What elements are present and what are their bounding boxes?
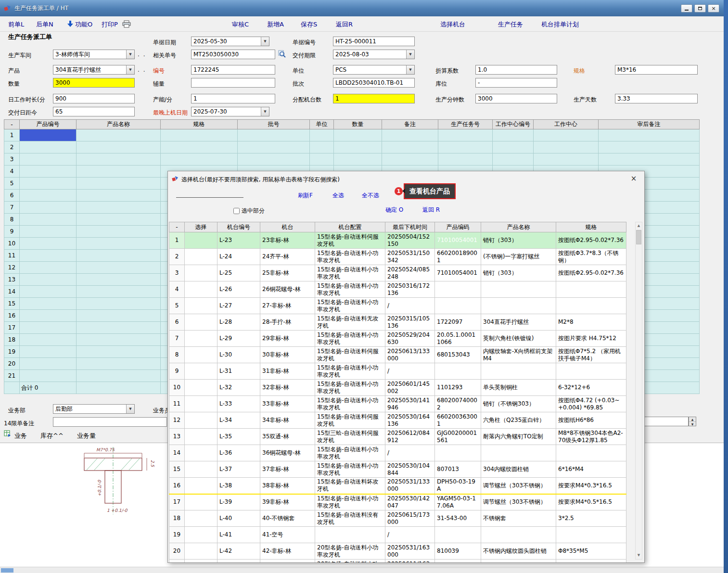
table-row[interactable]: 1: [4, 129, 700, 141]
table-row[interactable]: 2L-2424齐平-林15型名扬-自动送料小功率攻牙机20250531/1503…: [169, 249, 626, 265]
scroll-thumb[interactable]: [1, 568, 13, 573]
table-cell[interactable]: [77, 129, 161, 141]
column-header[interactable]: 选择: [185, 222, 217, 232]
column-header[interactable]: 机台配置: [315, 222, 385, 232]
table-cell[interactable]: [185, 543, 217, 560]
table-cell[interactable]: [20, 202, 77, 214]
table-cell[interactable]: [185, 510, 217, 527]
table-cell[interactable]: [481, 527, 556, 543]
table-cell[interactable]: 20: [169, 543, 185, 560]
table-cell[interactable]: 71010054001: [435, 232, 481, 249]
table-row[interactable]: 7L-2929非标-林15型名扬-自动送料小功率攻牙机20250529/2046…: [169, 331, 626, 347]
table-cell[interactable]: [185, 363, 217, 380]
table-cell[interactable]: [185, 232, 217, 249]
table-cell[interactable]: 调节螺丝（303不锈钢）: [481, 494, 556, 510]
table-cell[interactable]: [20, 298, 77, 310]
table-cell[interactable]: [185, 560, 217, 563]
table-cell[interactable]: [599, 141, 700, 153]
table-cell[interactable]: 20250613/133000: [385, 347, 435, 363]
function-button[interactable]: 功能O: [75, 20, 92, 29]
table-cell[interactable]: Φ8*35*M5: [556, 543, 626, 560]
table-cell[interactable]: 660200189001: [435, 249, 481, 265]
table-cell[interactable]: [77, 274, 161, 286]
related-no-input[interactable]: [191, 50, 275, 59]
table-cell[interactable]: 销钉（303）: [481, 265, 556, 281]
table-cell[interactable]: [481, 281, 556, 298]
table-cell[interactable]: 按图纸H6*86: [556, 412, 626, 429]
table-cell[interactable]: L-33: [217, 396, 260, 412]
scroll-down-icon[interactable]: ▼: [636, 552, 642, 559]
table-cell[interactable]: 2: [169, 249, 185, 265]
column-header[interactable]: 规格: [161, 120, 238, 129]
table-cell[interactable]: 11: [4, 250, 20, 262]
product-ellipsis-button[interactable]: . .: [138, 66, 146, 73]
table-cell[interactable]: 21: [4, 370, 20, 382]
table-cell[interactable]: [20, 190, 77, 202]
table-cell[interactable]: [310, 129, 334, 141]
doc-date-input[interactable]: [192, 37, 261, 46]
table-cell[interactable]: 24齐平-林: [260, 249, 315, 265]
table-cell[interactable]: [20, 238, 77, 250]
table-cell[interactable]: 19: [169, 527, 185, 543]
table-cell[interactable]: 20: [4, 358, 20, 370]
table-cell[interactable]: 15型名扬-自动送料伺服攻牙机: [315, 412, 385, 429]
doc-no-input[interactable]: [333, 37, 415, 46]
audit-button[interactable]: 审核C: [232, 20, 249, 29]
machines-input[interactable]: [333, 94, 415, 103]
table-cell[interactable]: [185, 494, 217, 510]
table-cell[interactable]: 19: [4, 346, 20, 358]
dropdown-arrow-icon[interactable]: ▼: [126, 405, 134, 413]
table-cell[interactable]: [77, 238, 161, 250]
column-header[interactable]: 批号: [238, 120, 310, 129]
column-header[interactable]: 机台编号: [217, 222, 260, 232]
printer-icon[interactable]: [122, 20, 131, 28]
table-cell[interactable]: 1: [4, 129, 20, 141]
table-cell[interactable]: 20250531/133000: [385, 478, 435, 494]
days-to-delivery-input[interactable]: [53, 107, 135, 116]
table-row[interactable]: 8L-3030非标-林15型名扬-自动送料伺服攻牙机20250613/13300…: [169, 347, 626, 363]
table-cell[interactable]: [185, 429, 217, 445]
dropdown-arrow-icon[interactable]: ▼: [126, 50, 134, 59]
table-cell[interactable]: 20型名扬-自动送料小功率攻牙机: [315, 543, 385, 560]
table-cell[interactable]: /: [385, 445, 435, 461]
table-cell[interactable]: 28-手拧-林: [260, 314, 315, 331]
table-cell[interactable]: [185, 527, 217, 543]
table-cell[interactable]: 31-543-00: [435, 510, 481, 527]
table-cell[interactable]: 销钉（303）: [481, 232, 556, 249]
table-cell[interactable]: 1101293: [435, 380, 481, 396]
column-header[interactable]: 备注: [382, 120, 438, 129]
table-cell[interactable]: 按图纸Φ10*18(精密件): [556, 560, 626, 563]
table-cell[interactable]: [310, 141, 334, 153]
table-cell[interactable]: [185, 298, 217, 314]
table-cell[interactable]: 耐落内六角螺钉TO定制: [481, 429, 556, 445]
table-cell[interactable]: [435, 281, 481, 298]
table-cell[interactable]: 304内螺纹圆柱销: [481, 461, 556, 478]
minimize-button[interactable]: [681, 4, 692, 13]
doc-date-field[interactable]: ▼: [191, 37, 269, 46]
table-cell[interactable]: [556, 363, 626, 380]
select-machine-button[interactable]: 选择机台: [440, 20, 465, 29]
table-cell[interactable]: 42-非标-林: [260, 543, 315, 560]
dialog-return-button[interactable]: 返回 R: [422, 206, 440, 214]
table-cell[interactable]: 销钉（不锈钢303）: [481, 396, 556, 412]
table-cell[interactable]: 6-32*12+6: [556, 380, 626, 396]
table-cell[interactable]: 按图纸Φ3.7*8.3（不锈钢）: [556, 249, 626, 265]
table-row[interactable]: 13L-3535双通-林15型三蛤-自动送料伺服攻牙机20250612/0849…: [169, 429, 626, 445]
table-cell[interactable]: 23非标-林: [260, 232, 315, 249]
table-cell[interactable]: 10: [169, 380, 185, 396]
table-cell[interactable]: 27-非标-林: [260, 298, 315, 314]
print-button[interactable]: 打印P: [102, 20, 118, 29]
table-cell[interactable]: [77, 190, 161, 202]
table-cell[interactable]: GJG00200001561: [435, 429, 481, 445]
table-row[interactable]: 9L-3131非标-林15型名扬-自动送料小功率攻牙机/: [169, 363, 626, 380]
table-cell[interactable]: L-24: [217, 249, 260, 265]
spec-input[interactable]: [615, 65, 698, 75]
vertical-scrollbar[interactable]: ▲ ▼: [635, 222, 642, 560]
table-cell[interactable]: L-27: [217, 298, 260, 314]
table-cell[interactable]: 3*2.5: [556, 510, 626, 527]
code-input[interactable]: [191, 65, 275, 75]
table-row[interactable]: 17L-3939非标-林15型名扬-自动送料小功率攻牙机20250530/142…: [169, 494, 626, 510]
table-cell[interactable]: [20, 370, 77, 382]
table-cell[interactable]: 9: [169, 363, 185, 380]
table-cell[interactable]: 15型名扬-自动送料小功率攻牙机: [315, 445, 385, 461]
